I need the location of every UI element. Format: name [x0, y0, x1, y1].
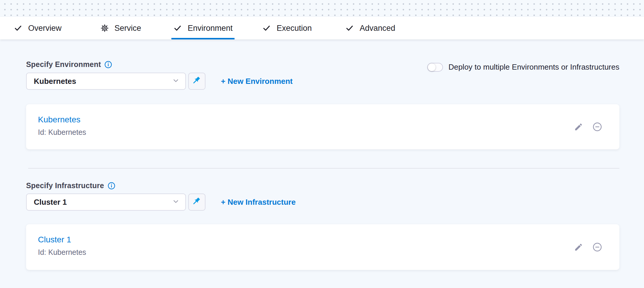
- tab-service[interactable]: Service: [101, 17, 141, 39]
- infrastructure-card-id: Id: Kubernetes: [38, 248, 86, 257]
- chevron-down-icon: [172, 76, 180, 86]
- new-infrastructure-link[interactable]: + New Infrastructure: [221, 198, 296, 207]
- pencil-icon[interactable]: [574, 122, 583, 131]
- tab-label: Execution: [277, 24, 312, 33]
- infrastructure-select-value: Cluster 1: [34, 198, 67, 207]
- environment-select[interactable]: Kubernetes: [26, 73, 186, 90]
- pin-icon: [192, 196, 202, 208]
- stage-tabbar: Overview Service Environment: [0, 17, 644, 39]
- environment-select-row: Kubernetes + New Environment: [26, 73, 293, 90]
- infrastructure-card-actions: [574, 242, 602, 252]
- environment-tab-panel: Specify Environment Deploy to multiple E…: [0, 39, 644, 288]
- environment-card-title-link[interactable]: Kubernetes: [38, 115, 80, 124]
- environment-section-label: Specify Environment: [26, 60, 101, 69]
- check-icon: [345, 24, 354, 33]
- toggle-knob: [428, 63, 436, 71]
- tab-label: Environment: [188, 24, 233, 33]
- environment-card-actions: [574, 122, 602, 132]
- infrastructure-select-row: Cluster 1 + New Infrastructure: [26, 193, 296, 211]
- tab-label: Overview: [28, 24, 62, 33]
- check-icon: [14, 24, 23, 33]
- info-icon[interactable]: [108, 182, 115, 190]
- infrastructure-select[interactable]: Cluster 1: [26, 193, 186, 211]
- environment-card-id: Id: Kubernetes: [38, 128, 86, 137]
- tab-overview[interactable]: Overview: [14, 17, 62, 39]
- minus-circle-icon[interactable]: [592, 242, 602, 252]
- tab-label: Service: [114, 24, 141, 33]
- section-divider: [28, 168, 619, 169]
- environment-select-value: Kubernetes: [34, 77, 76, 86]
- tab-execution[interactable]: Execution: [262, 17, 312, 39]
- minus-circle-icon[interactable]: [592, 122, 602, 132]
- tab-advanced[interactable]: Advanced: [345, 17, 395, 39]
- gear-icon: [101, 24, 109, 32]
- check-icon: [262, 24, 271, 33]
- infrastructure-section-header: Specify Infrastructure: [26, 181, 115, 190]
- dotted-canvas-strip: [0, 0, 644, 17]
- pin-icon: [192, 76, 202, 87]
- environment-pin-button[interactable]: [188, 73, 205, 90]
- pencil-icon[interactable]: [574, 243, 583, 252]
- environment-card: Kubernetes Id: Kubernetes: [26, 104, 619, 149]
- multi-deploy-toggle-label: Deploy to multiple Environments or Infra…: [448, 63, 619, 72]
- infrastructure-section-label: Specify Infrastructure: [26, 181, 104, 190]
- check-icon: [173, 24, 182, 33]
- environment-section-header: Specify Environment: [26, 60, 112, 69]
- info-icon[interactable]: [104, 61, 112, 68]
- tab-environment[interactable]: Environment: [173, 17, 233, 39]
- multi-deploy-toggle-row: Deploy to multiple Environments or Infra…: [427, 63, 619, 72]
- multi-deploy-toggle[interactable]: [427, 63, 443, 72]
- chevron-down-icon: [172, 197, 180, 207]
- infrastructure-pin-button[interactable]: [188, 193, 205, 211]
- infrastructure-card-title-link[interactable]: Cluster 1: [38, 235, 71, 244]
- new-environment-link[interactable]: + New Environment: [221, 77, 293, 86]
- infrastructure-card: Cluster 1 Id: Kubernetes: [26, 224, 619, 270]
- tab-label: Advanced: [360, 24, 395, 33]
